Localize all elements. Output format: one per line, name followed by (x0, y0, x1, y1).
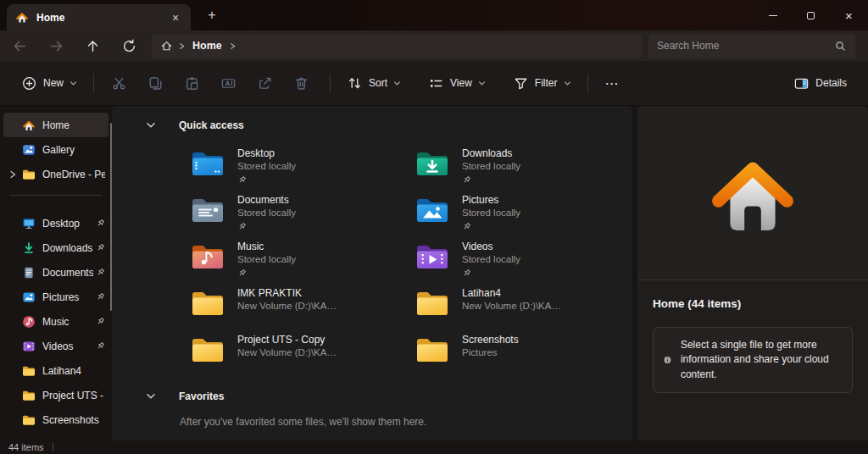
quick-access-item-screenshots[interactable]: Screenshots Pictures (415, 332, 632, 379)
pin-icon (96, 243, 105, 252)
toolbar-divider (587, 74, 588, 92)
quick-access-item-latihan4[interactable]: Latihan4 New Volume (D:)\KA… (415, 285, 632, 332)
quick-access-item-videos[interactable]: Videos Stored locally (415, 239, 632, 285)
folder-icon (22, 168, 36, 181)
item-subtitle: New Volume (D:)\KA… (237, 346, 337, 359)
quick-access-item-documents[interactable]: Documents Stored locally (191, 192, 415, 239)
favorites-label: Favorites (179, 390, 224, 402)
gallery-icon (22, 143, 36, 157)
sidebar-item-latihan4[interactable]: Latihan4 (3, 358, 108, 383)
new-button[interactable]: New (14, 69, 85, 97)
sidebar-item-onedrive[interactable]: OneDrive - Personal (3, 162, 108, 186)
details-body: Home (44 items) Select a single file to … (637, 280, 868, 440)
videos-folder-icon (415, 241, 449, 270)
forward-button[interactable] (42, 33, 70, 58)
quick-access-item-downloads[interactable]: Downloads Stored locally (415, 146, 632, 192)
view-label: View (450, 77, 472, 89)
quick-access-item-music[interactable]: Music Stored locally (191, 239, 415, 285)
folder-icon (22, 364, 36, 378)
home-icon (22, 119, 36, 132)
filter-label: Filter (535, 77, 558, 89)
back-button[interactable] (5, 33, 34, 58)
filter-button[interactable]: Filter (505, 69, 579, 97)
folder-icon (22, 389, 36, 402)
command-toolbar: New Sort View (0, 61, 868, 106)
folder-icon (22, 413, 36, 427)
sidebar-item-home[interactable]: Home (3, 113, 108, 137)
minimize-button[interactable] (754, 0, 792, 30)
sidebar-item-music[interactable]: Music (3, 309, 108, 334)
delete-icon (293, 75, 309, 91)
pin-icon (462, 269, 520, 278)
info-text: Select a single file to get more informa… (681, 338, 842, 382)
info-icon (664, 352, 671, 368)
new-tab-button[interactable]: + (203, 7, 220, 24)
file-explorer-window: Home × + × Home (0, 0, 868, 454)
close-button[interactable]: × (830, 0, 868, 30)
tab-title: Home (36, 12, 64, 24)
copy-button[interactable] (139, 69, 171, 97)
pin-icon (96, 317, 105, 326)
new-label: New (43, 77, 64, 89)
chevron-right-icon (178, 42, 186, 50)
item-subtitle: Stored locally (462, 160, 520, 173)
more-options-button[interactable]: ⋯ (597, 75, 628, 91)
plus-circle-icon (21, 75, 37, 91)
rename-button[interactable] (212, 69, 244, 97)
search-input[interactable] (657, 40, 834, 52)
details-pane: Home (44 items) Select a single file to … (637, 106, 868, 440)
sidebar-item-pictures[interactable]: Pictures (3, 285, 108, 309)
expand-chevron-icon[interactable] (8, 170, 22, 179)
tab-close-icon[interactable]: × (169, 11, 182, 25)
item-name: Latihan4 (462, 287, 561, 300)
maximize-button[interactable] (792, 0, 830, 30)
item-subtitle: Stored locally (237, 207, 296, 219)
sort-button[interactable]: Sort (339, 69, 409, 97)
view-button[interactable]: View (420, 69, 493, 97)
collapse-chevron-icon[interactable] (146, 391, 156, 401)
sidebar-item-screenshots[interactable]: Screenshots (3, 407, 108, 432)
quick-access-item-desktop[interactable]: Desktop Stored locally (191, 146, 415, 192)
breadcrumb-home-icon[interactable] (160, 40, 173, 52)
delete-button[interactable] (285, 69, 317, 97)
downloads-folder-icon (415, 148, 449, 177)
item-name: Documents (237, 194, 296, 207)
downloads-icon (22, 241, 36, 255)
share-button[interactable] (248, 69, 281, 97)
paste-button[interactable] (175, 69, 208, 97)
sidebar-item-project-uts-copy[interactable]: Project UTS - Copy (3, 383, 108, 407)
cut-button[interactable] (103, 69, 135, 97)
music-icon (22, 315, 36, 329)
sidebar-item-desktop[interactable]: Desktop (3, 211, 108, 235)
sidebar-scrollbar[interactable] (110, 123, 112, 311)
tab-home[interactable]: Home × (7, 4, 191, 30)
address-bar[interactable]: Home (152, 34, 642, 58)
quick-access-item-project-uts-copy[interactable]: Project UTS - Copy New Volume (D:)\KA… (191, 332, 415, 379)
up-icon (85, 38, 101, 54)
quick-access-item-pictures[interactable]: Pictures Stored locally (415, 192, 632, 239)
sidebar-item-gallery[interactable]: Gallery (3, 137, 108, 162)
sort-label: Sort (369, 77, 387, 89)
sidebar-item-documents[interactable]: Documents (3, 260, 108, 285)
chevron-right-icon[interactable] (229, 42, 236, 50)
sidebar-item-downloads[interactable]: Downloads (3, 235, 108, 260)
item-name: Music (237, 241, 296, 253)
pin-icon (462, 175, 520, 185)
item-subtitle: Pictures (462, 346, 519, 359)
folder-icon (191, 288, 225, 317)
items-count: 44 items (8, 442, 44, 452)
item-subtitle: New Volume (D:)\KA… (237, 300, 337, 313)
chevron-down-icon (393, 80, 401, 87)
quick-access-item-imk-praktik[interactable]: IMK PRAKTIK New Volume (D:)\KA… (191, 285, 415, 332)
up-button[interactable] (78, 33, 107, 58)
details-pane-toggle[interactable]: Details (786, 69, 854, 97)
refresh-button[interactable] (114, 33, 143, 58)
sidebar-item-videos[interactable]: Videos (3, 334, 108, 358)
home-preview-icon (704, 149, 802, 237)
pin-icon (96, 292, 105, 302)
details-pane-icon (793, 75, 810, 91)
breadcrumb-home[interactable]: Home (192, 40, 222, 52)
titlebar: Home × + × (0, 0, 868, 30)
collapse-chevron-icon[interactable] (146, 120, 156, 130)
item-name: Pictures (462, 194, 520, 207)
